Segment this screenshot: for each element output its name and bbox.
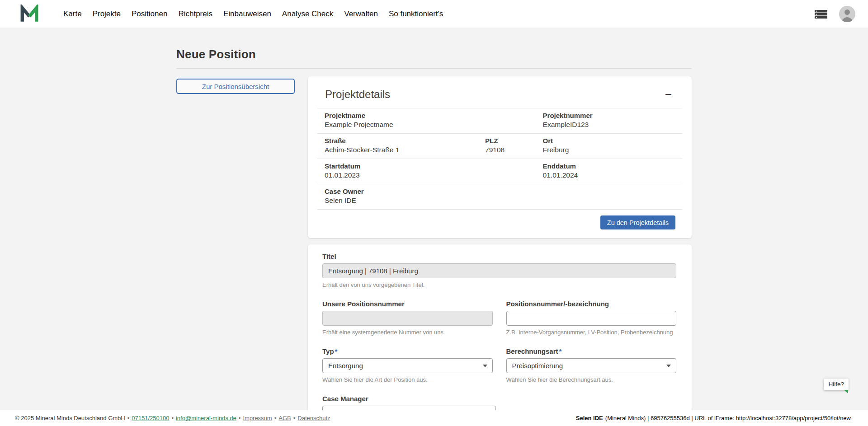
field-plz: PLZ 79108 [478,134,536,159]
collapse-card-button[interactable]: − [662,88,675,101]
field-label: Startdatum [325,162,471,170]
separator: • [274,415,277,421]
table-row: Straße Achim-Stocker-Straße 1 PLZ 79108 … [317,134,682,159]
field-value: Achim-Stocker-Straße 1 [325,146,471,154]
field-ort: Ort Freiburg [536,134,682,159]
new-position-form-card: Titel Erhält den von uns vorgegebenen Ti… [308,244,692,410]
right-column: Projektdetails − Projektname Example Pro… [308,76,692,410]
field-case-owner: Case Owner Selen IDE [317,184,478,209]
positionsnummer-helper-text: Z.B. Interne-Vorgangsnummer, LV-Position… [506,329,677,336]
berechnungsart-label-text: Berechnungsart [506,347,558,355]
back-to-positions-button[interactable]: Zur Positionsübersicht [176,79,295,94]
navbar-right-controls [814,6,855,22]
copyright-text: © 2025 Mineral Minds Deutschland GmbH [15,415,125,421]
required-asterisk: * [559,347,562,355]
field-strasse: Straße Achim-Stocker-Straße 1 [317,134,478,159]
table-row: Projektname Example Projectname Projektn… [317,108,682,134]
separator: • [239,415,241,421]
field-startdatum: Startdatum 01.01.2023 [317,159,478,184]
nav-item-positionen[interactable]: Positionen [132,9,167,19]
typ-selected-value: Entsorgung [328,362,363,370]
titel-input [322,263,676,278]
phone-link[interactable]: 07151/250100 [132,415,169,421]
unsere-positionsnummer-input [322,311,493,326]
page-title: Neue Position [176,47,692,61]
unsere-positionsnummer-helper-text: Erhält eine systemgenerierte Nummer von … [322,329,493,336]
separator: • [293,415,296,421]
typ-select[interactable]: Entsorgung [322,358,493,373]
table-row: Case Owner Selen IDE [317,184,682,210]
field-value: Freiburg [543,146,675,154]
server-icon[interactable] [814,9,828,19]
go-to-project-details-button[interactable]: Zu den Projektdetails [600,215,675,229]
field-value: Example Projectname [325,121,471,129]
nav-item-einbauweisen[interactable]: Einbauweisen [223,9,271,19]
title-divider [176,68,692,69]
nav-item-so-funktionierts[interactable]: So funktioniert's [389,9,443,19]
field-label: Straße [325,137,471,145]
chevron-down-icon [483,365,487,367]
nav-item-verwalten[interactable]: Verwalten [344,9,378,19]
main-navigation: Karte Projekte Positionen Richtpreis Ein… [63,9,443,19]
field-value: Selen IDE [325,197,471,205]
field-label: Case Owner [325,187,471,195]
field-value: 01.01.2023 [325,171,471,179]
datenschutz-link[interactable]: Datenschutz [297,415,330,421]
positionsnummer-label: Positionsnummer/-bezeichnung [506,300,677,308]
case-manager-field: Case Manager [322,395,496,410]
field-label: Projektnummer [543,112,675,119]
berechnungsart-selected-value: Preisoptimierung [512,362,563,370]
separator: • [127,415,130,421]
titel-label: Titel [322,253,676,260]
nav-item-richtpreis[interactable]: Richtpreis [178,9,212,19]
field-label: PLZ [485,137,528,145]
titel-helper-text: Erhält den von uns vorgegebenen Titel. [322,281,676,288]
table-row: Startdatum 01.01.2023 Enddatum 01.01.202… [317,159,682,184]
unsere-positionsnummer-field: Unsere Positionsnummer Erhält eine syste… [322,300,493,336]
field-projektname: Projektname Example Projectname [317,108,478,133]
positionsnummer-input[interactable] [506,311,677,326]
field-label: Enddatum [543,162,675,170]
chevron-down-icon [666,365,671,367]
required-asterisk: * [335,347,338,355]
berechnungsart-helper-text: Wählen Sie hier die Berechnungsart aus. [506,376,677,383]
nav-item-karte[interactable]: Karte [63,9,82,19]
email-link[interactable]: info@mineral-minds.de [176,415,236,421]
footer-session-info: Selen IDE (Mineral Minds) | 69576255536d… [576,415,851,421]
nav-item-analyse-check[interactable]: Analyse Check [282,9,333,19]
berechnungsart-select[interactable]: Preisoptimierung [506,358,677,373]
field-value: 01.01.2024 [543,171,675,179]
field-value: 79108 [485,146,528,154]
session-details: (Mineral Minds) | 69576255536d | URL of … [605,415,851,421]
agb-link[interactable]: AGB [278,415,291,421]
main-content-area: Neue Position Zur Positionsübersicht Pro… [0,28,868,410]
mineral-minds-logo-icon[interactable] [20,5,39,23]
project-details-card: Projektdetails − Projektname Example Pro… [308,76,692,238]
titel-field: Titel Erhält den von uns vorgegebenen Ti… [322,253,676,288]
footer: © 2025 Mineral Minds Deutschland GmbH • … [0,410,868,426]
user-avatar-icon[interactable] [839,6,855,22]
footer-left: © 2025 Mineral Minds Deutschland GmbH • … [15,415,330,421]
top-navbar: Karte Projekte Positionen Richtpreis Ein… [0,0,868,28]
nav-item-projekte[interactable]: Projekte [93,9,121,19]
case-manager-select[interactable] [322,406,496,410]
typ-label-text: Typ [322,347,334,355]
impressum-link[interactable]: Impressum [243,415,272,421]
positionsnummer-field: Positionsnummer/-bezeichnung Z.B. Intern… [506,300,677,336]
project-details-title: Projektdetails [325,88,390,101]
help-button[interactable]: Hilfe? [824,379,849,390]
separator: • [171,415,174,421]
field-value: ExampleID123 [543,121,675,129]
project-details-table: Projektname Example Projectname Projektn… [317,108,682,210]
left-column: Zur Positionsübersicht [176,76,295,410]
unsere-positionsnummer-label: Unsere Positionsnummer [322,300,493,308]
typ-label: Typ* [322,347,493,355]
field-label: Projektname [325,112,471,119]
berechnungsart-field: Berechnungsart* Preisoptimierung Wählen … [506,347,677,383]
typ-helper-text: Wählen Sie hier die Art der Position aus… [322,376,493,383]
case-manager-label: Case Manager [322,395,496,403]
field-enddatum: Enddatum 01.01.2024 [536,159,682,184]
session-user: Selen IDE [576,415,603,421]
field-projektnummer: Projektnummer ExampleID123 [536,108,682,133]
berechnungsart-label: Berechnungsart* [506,347,677,355]
